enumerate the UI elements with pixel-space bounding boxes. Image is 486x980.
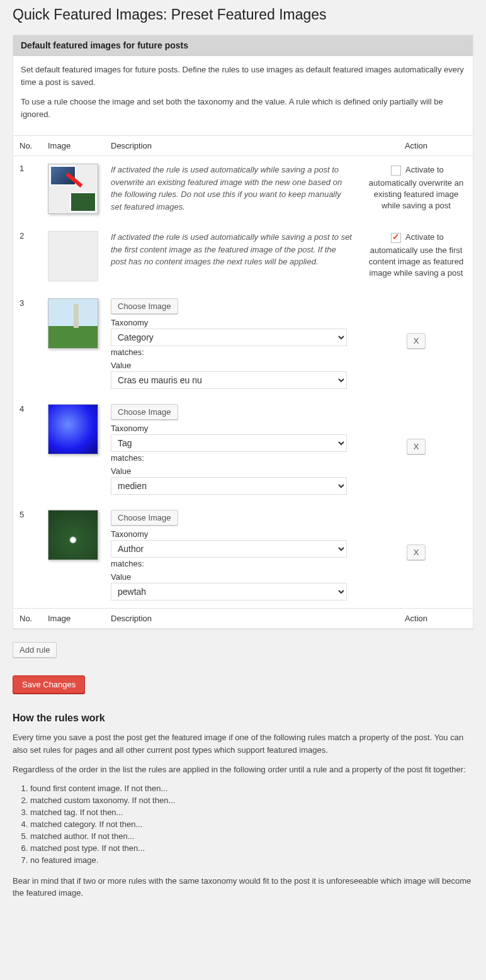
col-image-footer: Image	[42, 609, 105, 629]
remove-rule-button[interactable]: X	[407, 544, 426, 560]
matches-text: matches:	[111, 559, 353, 568]
matches-text: matches:	[111, 347, 353, 357]
thumbnail-image	[48, 404, 98, 454]
taxonomy-label: Taxonomy	[111, 424, 353, 433]
col-description: Description	[105, 136, 359, 156]
remove-rule-button[interactable]: X	[407, 333, 426, 349]
taxonomy-label: Taxonomy	[111, 318, 353, 327]
col-no: No.	[13, 136, 42, 156]
col-image: Image	[42, 136, 105, 156]
list-item: matched post type. If not then...	[30, 843, 473, 853]
overwrite-checkbox-label: Activate to automatically overwrite an e…	[369, 165, 463, 210]
row-number: 3	[13, 291, 42, 397]
choose-image-button[interactable]: Choose Image	[111, 510, 178, 526]
choose-image-button[interactable]: Choose Image	[111, 298, 178, 314]
table-row: 4 Choose Image Taxonomy Tag matches: Val…	[13, 397, 473, 502]
row-number: 5	[13, 502, 42, 609]
thumbnail-image	[48, 510, 98, 560]
how-paragraph-3: Bear in mind that if two or more rules w…	[13, 875, 473, 899]
thumbnail-image	[48, 298, 98, 349]
table-row: 2 If activated the rule is used automati…	[13, 223, 473, 291]
col-description-footer: Description	[105, 609, 359, 629]
action-label: Activate to automatically use the first …	[366, 231, 466, 279]
value-select[interactable]: medien	[111, 477, 347, 495]
col-no-footer: No.	[13, 609, 42, 629]
row-number: 2	[13, 223, 42, 291]
list-item: no featured image.	[30, 855, 473, 865]
thumbnail-overwrite	[48, 164, 98, 214]
rule-order-list: found first content image. If not then..…	[30, 784, 473, 865]
value-select[interactable]: Cras eu mauris eu nu	[111, 371, 347, 389]
col-action-footer: Action	[359, 609, 473, 629]
add-rule-button[interactable]: Add rule	[13, 642, 57, 658]
list-item: matched custom taxonomy. If not then...	[30, 796, 473, 805]
overwrite-checkbox[interactable]	[391, 166, 401, 176]
value-select[interactable]: pewtah	[111, 583, 347, 600]
value-label: Value	[111, 466, 353, 476]
page-title: Quick Featured Images: Preset Featured I…	[0, 6, 486, 23]
action-label: Activate to automatically overwrite an e…	[366, 164, 466, 212]
row-number: 1	[13, 156, 42, 224]
value-label: Value	[111, 361, 353, 370]
taxonomy-select[interactable]: Tag	[111, 434, 347, 452]
thumbnail-first-content	[48, 231, 98, 281]
intro-paragraph-2: To use a rule choose the image and set b…	[21, 96, 465, 120]
how-paragraph-2: Regardless of the order in the list the …	[13, 763, 473, 776]
row-number: 4	[13, 397, 42, 502]
taxonomy-select[interactable]: Category	[111, 329, 347, 346]
col-action: Action	[359, 136, 473, 156]
rule-description: If activated the rule is used automatica…	[105, 156, 359, 224]
list-item: matched category. If not then...	[30, 819, 473, 829]
table-row: 5 Choose Image Taxonomy Author matches: …	[13, 502, 473, 609]
list-item: matched author. If not then...	[30, 831, 473, 841]
how-rules-heading: How the rules work	[13, 712, 473, 724]
how-paragraph-1: Every time you save a post the post get …	[13, 731, 473, 756]
taxonomy-select[interactable]: Author	[111, 540, 347, 558]
list-item: found first content image. If not then..…	[30, 784, 473, 793]
table-row: 3 Choose Image Taxonomy Category matches…	[13, 291, 473, 397]
first-content-checkbox-label: Activate to automatically use the first …	[369, 232, 463, 278]
taxonomy-label: Taxonomy	[111, 529, 353, 539]
save-changes-button[interactable]: Save Changes	[13, 675, 85, 694]
first-content-checkbox[interactable]	[391, 233, 401, 243]
intro-paragraph-1: Set default featured images for future p…	[21, 64, 465, 88]
panel-header: Default featured images for future posts	[13, 35, 473, 56]
rule-description: If activated the rule is used automatica…	[105, 223, 359, 291]
table-row: 1 If activated the rule is used automati…	[13, 156, 473, 224]
matches-text: matches:	[111, 453, 353, 463]
remove-rule-button[interactable]: X	[407, 439, 426, 454]
rules-table: No. Image Description Action 1 If activa…	[13, 135, 473, 629]
list-item: matched tag. If not then...	[30, 808, 473, 817]
settings-panel: Default featured images for future posts…	[13, 35, 473, 629]
value-label: Value	[111, 572, 353, 582]
choose-image-button[interactable]: Choose Image	[111, 404, 178, 420]
